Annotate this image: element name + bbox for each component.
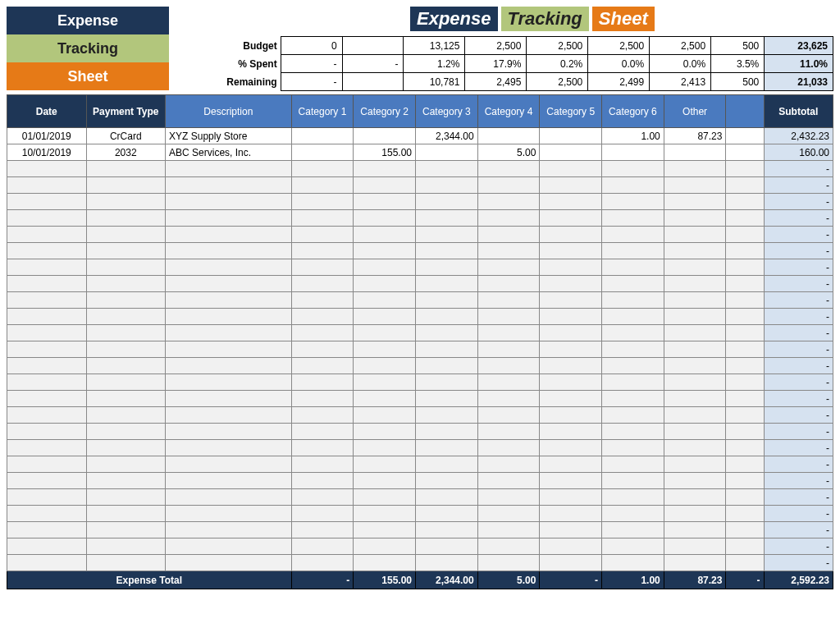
- cell-c3[interactable]: [416, 555, 478, 571]
- cell-c6[interactable]: [602, 424, 664, 440]
- cell-blank[interactable]: [726, 555, 764, 571]
- cell-c1[interactable]: [291, 555, 354, 571]
- cell-blank[interactable]: [726, 522, 764, 538]
- cell-c3[interactable]: [416, 538, 478, 555]
- cell-c6[interactable]: [602, 391, 664, 407]
- cell-desc[interactable]: [166, 440, 292, 456]
- cell-c2[interactable]: [354, 358, 416, 374]
- cell-date[interactable]: [7, 243, 87, 259]
- cell-c6[interactable]: [602, 177, 664, 194]
- cell-ptype[interactable]: [86, 325, 166, 341]
- cell-blank[interactable]: [726, 128, 764, 144]
- cell-c3[interactable]: [416, 243, 478, 259]
- cell-c2[interactable]: [354, 506, 416, 522]
- cell-blank[interactable]: [726, 177, 764, 194]
- cell-c6[interactable]: [602, 506, 664, 522]
- cell-c4[interactable]: [477, 161, 540, 177]
- cell-c2[interactable]: [354, 522, 416, 538]
- cell-c1[interactable]: [291, 391, 354, 407]
- cell-blank[interactable]: [726, 358, 764, 374]
- summary-cell[interactable]: 500: [711, 37, 765, 55]
- cell-date[interactable]: [7, 194, 87, 210]
- cell-ptype[interactable]: [86, 407, 166, 424]
- cell-c5[interactable]: [540, 276, 602, 292]
- cell-c2[interactable]: [354, 309, 416, 325]
- cell-c1[interactable]: [291, 144, 354, 161]
- cell-desc[interactable]: [166, 506, 292, 522]
- cell-c3[interactable]: [416, 161, 478, 177]
- cell-c2[interactable]: [354, 456, 416, 473]
- cell-sub[interactable]: -: [764, 325, 833, 341]
- cell-other[interactable]: [664, 506, 726, 522]
- summary-cell[interactable]: [342, 73, 404, 91]
- cell-c3[interactable]: [416, 341, 478, 358]
- cell-c5[interactable]: [540, 374, 602, 391]
- cell-c1[interactable]: [291, 424, 354, 440]
- cell-desc[interactable]: XYZ Supply Store: [166, 128, 292, 144]
- cell-c5[interactable]: [540, 292, 602, 309]
- cell-sub[interactable]: 160.00: [764, 144, 833, 161]
- cell-date[interactable]: [7, 177, 87, 194]
- cell-sub[interactable]: -: [764, 161, 833, 177]
- cell-other[interactable]: [664, 292, 726, 309]
- cell-c5[interactable]: [540, 325, 602, 341]
- cell-date[interactable]: [7, 292, 87, 309]
- table-row[interactable]: -: [7, 177, 833, 194]
- col-cat4[interactable]: Category 4: [477, 95, 540, 128]
- cell-desc[interactable]: [166, 194, 292, 210]
- cell-ptype[interactable]: 2032: [86, 144, 166, 161]
- cell-other[interactable]: [664, 424, 726, 440]
- cell-c5[interactable]: [540, 440, 602, 456]
- cell-c1[interactable]: [291, 259, 354, 276]
- cell-date[interactable]: [7, 440, 87, 456]
- cell-c4[interactable]: [477, 128, 540, 144]
- table-row[interactable]: -: [7, 555, 833, 571]
- cell-ptype[interactable]: [86, 309, 166, 325]
- cell-c6[interactable]: [602, 276, 664, 292]
- cell-c3[interactable]: [416, 210, 478, 227]
- cell-c6[interactable]: [602, 227, 664, 243]
- cell-c1[interactable]: [291, 243, 354, 259]
- cell-c1[interactable]: [291, 128, 354, 144]
- cell-c4[interactable]: [477, 489, 540, 506]
- table-row[interactable]: -: [7, 161, 833, 177]
- cell-c1[interactable]: [291, 489, 354, 506]
- table-row[interactable]: -: [7, 522, 833, 538]
- cell-date[interactable]: [7, 161, 87, 177]
- cell-sub[interactable]: -: [764, 210, 833, 227]
- table-row[interactable]: 01/01/2019CrCardXYZ Supply Store2,344.00…: [7, 128, 833, 144]
- table-row[interactable]: -: [7, 391, 833, 407]
- cell-desc[interactable]: [166, 227, 292, 243]
- col-cat6[interactable]: Category 6: [602, 95, 664, 128]
- cell-c2[interactable]: [354, 128, 416, 144]
- cell-sub[interactable]: -: [764, 407, 833, 424]
- cell-sub[interactable]: -: [764, 391, 833, 407]
- cell-ptype[interactable]: [86, 161, 166, 177]
- cell-c5[interactable]: [540, 243, 602, 259]
- cell-date[interactable]: [7, 538, 87, 555]
- cell-c3[interactable]: [416, 522, 478, 538]
- cell-c3[interactable]: [416, 391, 478, 407]
- cell-ptype[interactable]: [86, 538, 166, 555]
- cell-desc[interactable]: [166, 309, 292, 325]
- cell-date[interactable]: [7, 473, 87, 489]
- cell-date[interactable]: [7, 424, 87, 440]
- cell-ptype[interactable]: [86, 391, 166, 407]
- cell-c4[interactable]: [477, 177, 540, 194]
- cell-c4[interactable]: [477, 538, 540, 555]
- cell-c6[interactable]: [602, 292, 664, 309]
- cell-c3[interactable]: [416, 144, 478, 161]
- cell-c1[interactable]: [291, 177, 354, 194]
- col-cat1[interactable]: Category 1: [291, 95, 354, 128]
- cell-blank[interactable]: [726, 456, 764, 473]
- cell-ptype[interactable]: [86, 522, 166, 538]
- cell-date[interactable]: [7, 374, 87, 391]
- cell-c5[interactable]: [540, 456, 602, 473]
- table-row[interactable]: -: [7, 292, 833, 309]
- cell-c6[interactable]: [602, 309, 664, 325]
- col-description[interactable]: Description: [166, 95, 292, 128]
- cell-c1[interactable]: [291, 407, 354, 424]
- cell-sub[interactable]: -: [764, 358, 833, 374]
- cell-c6[interactable]: [602, 210, 664, 227]
- cell-other[interactable]: [664, 161, 726, 177]
